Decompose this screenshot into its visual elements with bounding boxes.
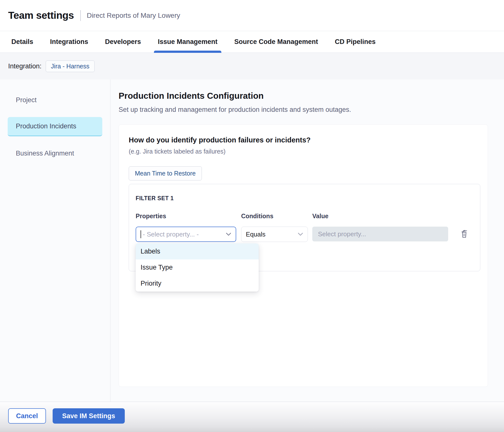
- tab-developers[interactable]: Developers: [101, 31, 145, 53]
- tab-integrations[interactable]: Integrations: [46, 31, 92, 53]
- condition-select[interactable]: Equals: [241, 227, 308, 242]
- filter-row: Properties - Select property... -: [136, 213, 473, 242]
- sidebar-item-project[interactable]: Project: [8, 90, 102, 110]
- section-subtitle: Set up tracking and management for produ…: [119, 106, 488, 114]
- delete-filter-button[interactable]: [460, 229, 469, 239]
- dropdown-option-issue-type[interactable]: Issue Type: [136, 259, 259, 275]
- settings-sidebar: Project Production Incidents Business Al…: [0, 79, 110, 402]
- dropdown-option-labels[interactable]: Labels: [136, 243, 259, 259]
- value-input-placeholder: Select property...: [318, 230, 442, 238]
- properties-column-header: Properties: [136, 213, 236, 220]
- conditions-column-header: Conditions: [241, 213, 308, 220]
- filter-set-title: FILTER SET 1: [136, 195, 473, 202]
- delete-filter-column: [460, 213, 469, 239]
- tab-issue-management[interactable]: Issue Management: [154, 31, 222, 53]
- section-title: Production Incidents Configuration: [119, 91, 488, 101]
- page-title: Team settings: [8, 10, 74, 21]
- main-panel: Production Incidents Configuration Set u…: [110, 79, 504, 402]
- value-column-header: Value: [312, 213, 448, 220]
- sidebar-item-business-alignment[interactable]: Business Alignment: [8, 144, 102, 163]
- tab-source-code-management[interactable]: Source Code Management: [230, 31, 322, 53]
- conditions-column: Conditions Equals: [241, 213, 308, 242]
- integration-chip-jira-harness[interactable]: Jira - Harness: [46, 60, 95, 72]
- cancel-button[interactable]: Cancel: [8, 408, 46, 424]
- sidebar-item-production-incidents[interactable]: Production Incidents: [8, 117, 102, 136]
- content-area: Project Production Incidents Business Al…: [0, 79, 504, 402]
- dropdown-option-priority[interactable]: Priority: [136, 275, 259, 292]
- chevron-down-icon: [226, 233, 231, 236]
- header-divider: [80, 10, 81, 21]
- tab-cd-pipelines[interactable]: CD Pipelines: [331, 31, 379, 53]
- trash-icon: [460, 229, 469, 239]
- integration-bar: Integration: Jira - Harness: [0, 53, 504, 79]
- property-select[interactable]: - Select property... -: [136, 227, 236, 242]
- properties-column: Properties - Select property... -: [136, 213, 236, 242]
- page-header: Team settings Direct Reports of Mary Low…: [0, 0, 504, 31]
- value-column: Value Select property...: [312, 213, 448, 241]
- property-select-placeholder: - Select property... -: [143, 231, 223, 238]
- value-input[interactable]: Select property...: [312, 227, 448, 241]
- settings-tab-bar: Details Integrations Developers Issue Ma…: [0, 31, 504, 53]
- identify-incidents-question: How do you identify production failures …: [129, 136, 480, 144]
- save-im-settings-button[interactable]: Save IM Settings: [53, 408, 125, 424]
- condition-select-value: Equals: [246, 231, 295, 238]
- integration-label: Integration:: [8, 62, 42, 70]
- team-name-subtitle: Direct Reports of Mary Lowery: [87, 12, 180, 20]
- filter-set-panel: FILTER SET 1 Properties - Select propert…: [129, 184, 480, 271]
- text-cursor-caret: [141, 230, 141, 238]
- tab-details[interactable]: Details: [7, 31, 37, 53]
- mean-time-to-restore-chip[interactable]: Mean Time to Restore: [129, 166, 202, 180]
- footer-action-bar: Cancel Save IM Settings: [0, 402, 504, 432]
- chevron-down-icon: [298, 233, 303, 236]
- team-settings-page: Team settings Direct Reports of Mary Low…: [0, 0, 504, 432]
- incidents-config-card: How do you identify production failures …: [119, 124, 488, 387]
- property-dropdown-menu: Labels Issue Type Priority: [136, 243, 259, 292]
- identify-incidents-hint: (e.g. Jira tickets labeled as failures): [129, 148, 480, 155]
